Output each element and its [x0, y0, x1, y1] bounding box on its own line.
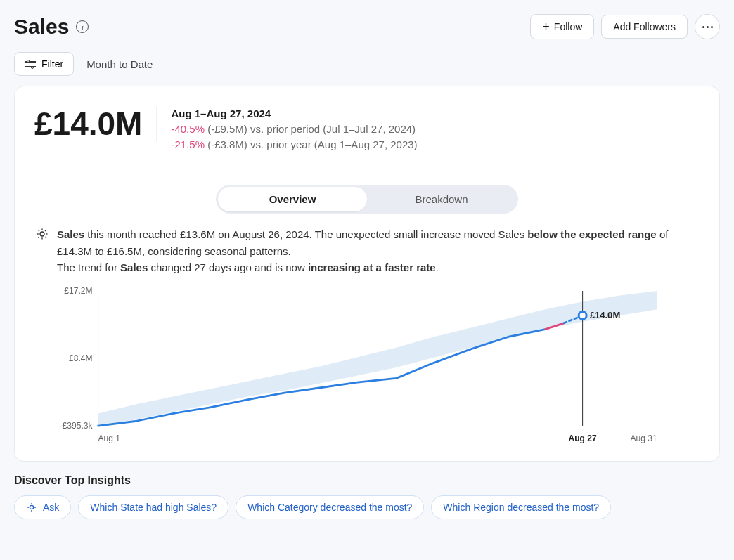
svg-line-7	[38, 237, 39, 238]
insight-2-c: changed 27 days ago and is now	[148, 261, 308, 273]
discover-heading: Discover Top Insights	[14, 474, 720, 487]
metric-comparison-prior-year: -21.5% (-£3.8M) vs. prior year (Aug 1–Au…	[171, 137, 417, 152]
metric-date-range: Aug 1–Aug 27, 2024	[171, 106, 417, 122]
svg-text:£8.4M: £8.4M	[69, 353, 93, 363]
more-button[interactable]	[695, 14, 720, 39]
insight-1-b: this month reached £13.6M on August 26, …	[84, 228, 527, 240]
svg-point-19	[30, 505, 33, 509]
insight-chip-1[interactable]: Which State had high Sales?	[78, 495, 228, 519]
insight-line-2: The trend for Sales changed 27 days ago …	[57, 259, 698, 275]
comp2-rest: (-£3.8M) vs. prior year (Aug 1–Aug 27, 2…	[205, 138, 418, 150]
add-followers-button[interactable]: Add Followers	[601, 15, 688, 39]
svg-text:Aug 1: Aug 1	[98, 434, 121, 443]
tab-overview[interactable]: Overview	[218, 187, 367, 211]
svg-text:-£395.3k: -£395.3k	[60, 421, 94, 431]
insight-2-e: .	[436, 261, 439, 273]
svg-point-14	[579, 311, 586, 319]
page-header: Sales i + Follow Add Followers	[14, 14, 720, 39]
page-title: Sales	[14, 15, 69, 39]
insight-chip-3[interactable]: Which Region decreased the most?	[431, 495, 611, 519]
insight-2-a: The trend for	[57, 261, 120, 273]
svg-text:Aug 27: Aug 27	[569, 434, 598, 443]
insight-icon	[36, 226, 49, 275]
info-icon[interactable]: i	[76, 20, 89, 33]
insight-1-c: below the expected range	[527, 228, 656, 240]
period-label[interactable]: Month to Date	[86, 58, 153, 70]
ask-chip[interactable]: Ask	[14, 495, 71, 519]
filter-label: Filter	[41, 58, 63, 70]
plus-icon: +	[542, 20, 550, 33]
svg-text:Aug 31: Aug 31	[630, 434, 657, 443]
svg-text:£14.0M: £14.0M	[590, 310, 621, 320]
discover-section: Discover Top Insights Ask Which State ha…	[14, 474, 720, 519]
follow-label: Follow	[554, 21, 582, 32]
view-tabs: Overview Breakdown	[216, 185, 518, 214]
tab-breakdown[interactable]: Breakdown	[367, 187, 516, 211]
toolbar: Filter Month to Date	[14, 52, 720, 76]
svg-point-0	[40, 232, 44, 236]
insight-2-d: increasing at a faster rate	[308, 261, 436, 273]
insight-1-a: Sales	[57, 228, 84, 240]
comp2-pct: -21.5%	[171, 138, 205, 150]
metric-value: £14.0M	[34, 106, 157, 142]
metric-card: £14.0M Aug 1–Aug 27, 2024 -40.5% (-£9.5M…	[14, 86, 720, 462]
ask-label: Ask	[43, 502, 59, 513]
comp1-pct: -40.5%	[171, 123, 205, 135]
comp1-rest: (-£9.5M) vs. prior period (Jul 1–Jul 27,…	[205, 123, 416, 135]
insight-2-b: Sales	[120, 261, 148, 273]
filter-icon	[25, 60, 36, 68]
svg-line-5	[38, 230, 39, 232]
insight-block: Sales this month reached £13.6M on Augus…	[34, 226, 700, 275]
insight-line-1: Sales this month reached £13.6M on Augus…	[57, 226, 698, 259]
svg-line-6	[45, 237, 46, 238]
sales-chart[interactable]: -£395.3k£8.4M£17.2M£14.0MAug 1Aug 27Aug …	[34, 285, 700, 447]
svg-line-8	[45, 230, 46, 232]
insight-chip-2[interactable]: Which Category decreased the most?	[236, 495, 424, 519]
add-followers-label: Add Followers	[613, 21, 676, 32]
filter-button[interactable]: Filter	[14, 52, 74, 76]
svg-text:£17.2M: £17.2M	[64, 286, 92, 296]
metric-comparison-prior-period: -40.5% (-£9.5M) vs. prior period (Jul 1–…	[171, 122, 417, 137]
ask-icon	[26, 502, 37, 513]
follow-button[interactable]: + Follow	[530, 14, 594, 39]
more-icon	[702, 26, 713, 28]
